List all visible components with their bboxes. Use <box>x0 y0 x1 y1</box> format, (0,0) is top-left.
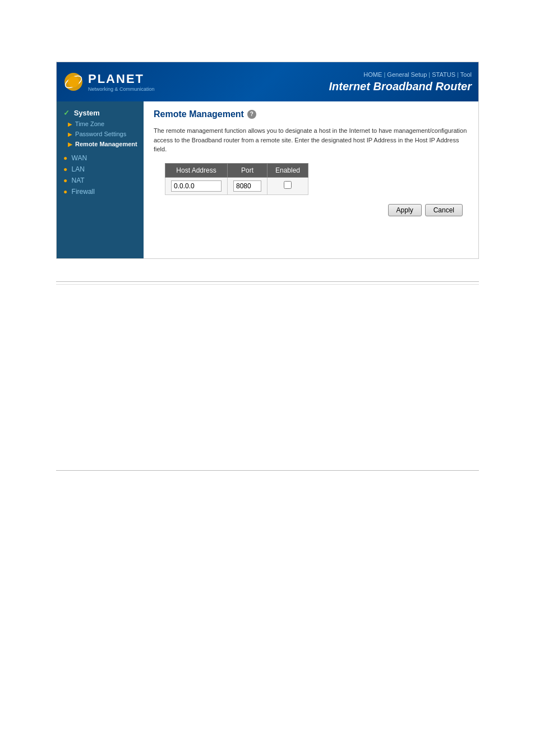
below-text-5 <box>56 363 479 373</box>
below-content <box>0 287 535 470</box>
col-enabled: Enabled <box>268 163 308 177</box>
bullet-wan: ● <box>63 154 67 162</box>
cancel-button[interactable]: Cancel <box>425 204 463 216</box>
below-text-9 <box>56 427 479 438</box>
svg-point-2 <box>68 76 79 87</box>
sidebar-item-wan[interactable]: ● WAN <box>57 152 144 164</box>
content-area: Remote Management ? The remote managemen… <box>144 101 478 258</box>
main-area: ✓ System ▶ Time Zone ▶ Password Settings… <box>57 101 478 258</box>
below-text-3 <box>56 330 479 341</box>
sidebar-firewall-label: Firewall <box>72 188 95 196</box>
apply-button[interactable]: Apply <box>388 204 422 216</box>
button-row: Apply Cancel <box>154 204 468 216</box>
divider-2 <box>56 284 479 285</box>
page-title: Remote Management ? <box>154 109 468 119</box>
header: PLANET Networking & Communication HOME |… <box>57 62 478 101</box>
sidebar-system-label: System <box>74 109 100 117</box>
sidebar-remote-label: Remote Management <box>75 141 137 147</box>
sidebar-item-nat[interactable]: ● NAT <box>57 175 144 186</box>
sidebar: ✓ System ▶ Time Zone ▶ Password Settings… <box>57 101 144 258</box>
page-title-text: Remote Management <box>154 109 244 119</box>
sidebar-timezone-label: Time Zone <box>75 120 104 127</box>
col-host-address: Host Address <box>165 163 228 177</box>
below-text-6 <box>56 378 479 389</box>
brand-tagline: Networking & Communication <box>88 86 155 92</box>
port-cell <box>228 177 268 194</box>
table-row <box>165 177 308 194</box>
router-title: Internet Broadband Router <box>329 80 472 93</box>
col-port: Port <box>228 163 268 177</box>
router-ui: PLANET Networking & Communication HOME |… <box>56 62 479 259</box>
host-address-cell <box>165 177 228 194</box>
enabled-checkbox[interactable] <box>284 181 292 189</box>
nav-home[interactable]: HOME <box>363 71 382 78</box>
sidebar-item-firewall[interactable]: ● Firewall <box>57 186 144 197</box>
header-right: HOME | General Setup | STATUS | Tool Int… <box>329 71 472 93</box>
below-text-8 <box>56 411 479 421</box>
arrow-icon-tz: ▶ <box>68 121 72 127</box>
below-text-4 <box>56 346 479 357</box>
sidebar-item-system[interactable]: ✓ System <box>57 107 144 119</box>
settings-table: Host Address Port Enabled <box>165 163 308 195</box>
checkmark-icon: ✓ <box>63 109 70 117</box>
planet-logo-icon <box>63 72 84 92</box>
sidebar-item-timezone[interactable]: ▶ Time Zone <box>57 119 144 129</box>
nav-general-setup[interactable]: General Setup <box>387 71 427 78</box>
arrow-icon-rm: ▶ <box>68 141 72 147</box>
sidebar-password-label: Password Settings <box>75 131 126 137</box>
below-text-7 <box>56 395 479 405</box>
description-text: The remote management function allows yo… <box>154 126 468 154</box>
nav-tool[interactable]: Tool <box>460 71 472 78</box>
help-icon[interactable]: ? <box>247 110 256 119</box>
logo-area: PLANET Networking & Communication <box>63 72 155 92</box>
divider-1 <box>56 281 479 282</box>
nav-status[interactable]: STATUS <box>432 71 455 78</box>
sidebar-item-password[interactable]: ▶ Password Settings <box>57 129 144 139</box>
arrow-icon-pw: ▶ <box>68 131 72 137</box>
sidebar-lan-label: LAN <box>72 165 85 173</box>
enabled-cell <box>268 177 308 194</box>
sidebar-item-remote-mgmt[interactable]: ▶ Remote Management <box>57 139 144 149</box>
below-text-1 <box>56 298 479 309</box>
sidebar-item-lan[interactable]: ● LAN <box>57 164 144 175</box>
below-text-10 <box>56 443 479 453</box>
port-input[interactable] <box>233 180 261 192</box>
bullet-nat: ● <box>63 177 67 184</box>
host-address-input[interactable] <box>171 180 222 192</box>
divider-3 <box>56 470 479 471</box>
logo-text: PLANET Networking & Communication <box>88 72 155 92</box>
below-text-2 <box>56 314 479 325</box>
brand-name: PLANET <box>88 72 155 86</box>
sidebar-nat-label: NAT <box>72 177 85 184</box>
nav-links: HOME | General Setup | STATUS | Tool <box>329 71 472 78</box>
bullet-lan: ● <box>63 165 67 173</box>
bullet-firewall: ● <box>63 188 67 196</box>
sidebar-wan-label: WAN <box>72 154 87 162</box>
